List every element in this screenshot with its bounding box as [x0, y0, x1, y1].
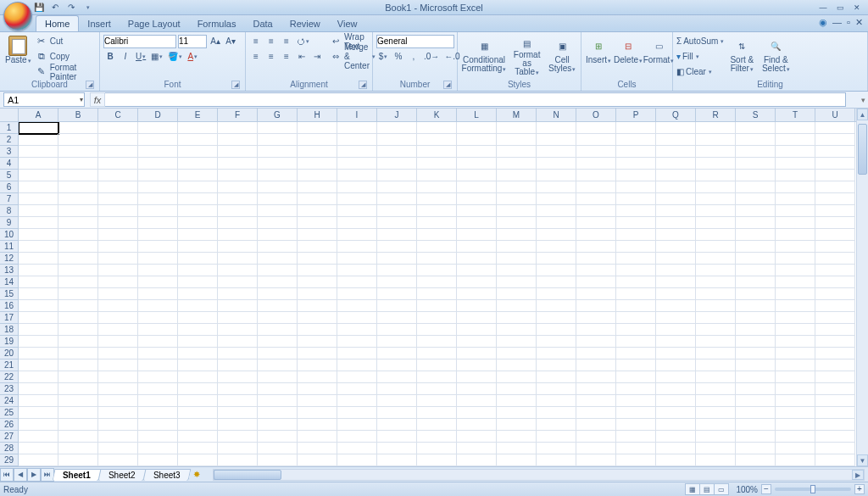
cell-U21[interactable] [815, 359, 855, 371]
paste-button[interactable]: Paste [3, 34, 33, 78]
increase-font-icon[interactable]: A▴ [209, 35, 222, 48]
cell-C18[interactable] [98, 324, 138, 336]
cell-K27[interactable] [417, 431, 457, 443]
cell-A26[interactable] [19, 419, 58, 431]
col-head-T[interactable]: T [776, 109, 815, 121]
cell-F23[interactable] [218, 383, 258, 395]
cell-L4[interactable] [457, 158, 497, 170]
cell-G20[interactable] [258, 348, 298, 359]
cell-M23[interactable] [497, 383, 537, 395]
cell-Q3[interactable] [656, 146, 696, 158]
cell-K1[interactable] [417, 122, 457, 134]
cell-P17[interactable] [616, 312, 656, 324]
cell-U17[interactable] [815, 312, 855, 324]
cell-R18[interactable] [696, 324, 736, 336]
cell-D2[interactable] [138, 134, 178, 146]
cell-P12[interactable] [616, 253, 656, 265]
cell-H10[interactable] [298, 229, 337, 241]
cell-M26[interactable] [497, 419, 537, 431]
cell-N19[interactable] [537, 336, 576, 348]
cell-H13[interactable] [298, 265, 337, 276]
cell-Q21[interactable] [656, 359, 696, 371]
cell-P21[interactable] [616, 359, 656, 371]
cell-B9[interactable] [58, 217, 98, 229]
cell-O9[interactable] [576, 217, 616, 229]
cell-J22[interactable] [377, 371, 417, 383]
cell-B24[interactable] [58, 395, 98, 407]
cell-S16[interactable] [736, 300, 776, 312]
cell-C20[interactable] [98, 348, 138, 359]
copy-button[interactable]: Copy [35, 49, 96, 64]
col-head-M[interactable]: M [497, 109, 537, 121]
cell-J8[interactable] [377, 205, 417, 217]
cell-S12[interactable] [736, 253, 776, 265]
cell-Q23[interactable] [656, 383, 696, 395]
cell-H28[interactable] [298, 443, 337, 454]
cell-I25[interactable] [337, 407, 377, 419]
row-head-18[interactable]: 18 [0, 324, 18, 336]
cell-H21[interactable] [298, 359, 337, 371]
cell-J16[interactable] [377, 300, 417, 312]
row-head-8[interactable]: 8 [0, 205, 18, 217]
cell-A11[interactable] [19, 241, 58, 253]
align-middle-icon[interactable]: ≡ [264, 35, 278, 48]
cell-O15[interactable] [576, 288, 616, 300]
cell-F22[interactable] [218, 371, 258, 383]
cell-H18[interactable] [298, 324, 337, 336]
cell-E27[interactable] [178, 431, 218, 443]
cell-C6[interactable] [98, 181, 138, 193]
row-head-10[interactable]: 10 [0, 229, 18, 241]
cell-P27[interactable] [616, 431, 656, 443]
cell-H15[interactable] [298, 288, 337, 300]
cell-D16[interactable] [138, 300, 178, 312]
cell-P22[interactable] [616, 371, 656, 383]
cell-Q24[interactable] [656, 395, 696, 407]
row-head-17[interactable]: 17 [0, 312, 18, 324]
zoom-out-button[interactable]: − [761, 484, 771, 494]
cell-O12[interactable] [576, 253, 616, 265]
cell-R13[interactable] [696, 265, 736, 276]
cell-B20[interactable] [58, 348, 98, 359]
cell-F16[interactable] [218, 300, 258, 312]
cell-Q28[interactable] [656, 443, 696, 454]
cell-P2[interactable] [616, 134, 656, 146]
fill-color-icon[interactable]: 🪣 [166, 50, 184, 64]
cell-S8[interactable] [736, 205, 776, 217]
decrease-font-icon[interactable]: A▾ [224, 35, 237, 48]
cell-S19[interactable] [736, 336, 776, 348]
row-head-1[interactable]: 1 [0, 122, 18, 134]
cell-C28[interactable] [98, 443, 138, 454]
cell-D29[interactable] [138, 454, 178, 466]
clipboard-launcher-icon[interactable]: ◢ [86, 81, 94, 89]
cell-U2[interactable] [815, 134, 855, 146]
row-head-14[interactable]: 14 [0, 276, 18, 288]
close-button[interactable]: ✕ [849, 3, 865, 13]
cell-O17[interactable] [576, 312, 616, 324]
cell-B22[interactable] [58, 371, 98, 383]
next-sheet-icon[interactable]: ▶ [27, 468, 41, 482]
row-head-19[interactable]: 19 [0, 336, 18, 348]
cell-P7[interactable] [616, 193, 656, 205]
cell-I26[interactable] [337, 419, 377, 431]
cell-U8[interactable] [815, 205, 855, 217]
cell-H25[interactable] [298, 407, 337, 419]
cell-H1[interactable] [298, 122, 337, 134]
cell-L21[interactable] [457, 359, 497, 371]
cell-U9[interactable] [815, 217, 855, 229]
cell-S3[interactable] [736, 146, 776, 158]
cell-K15[interactable] [417, 288, 457, 300]
cell-L8[interactable] [457, 205, 497, 217]
cell-C9[interactable] [98, 217, 138, 229]
cell-J28[interactable] [377, 443, 417, 454]
redo-icon[interactable]: ↷ [64, 2, 78, 14]
worksheet-grid[interactable]: ABCDEFGHIJKLMNOPQRSTU 123456789101112131… [0, 109, 868, 466]
cell-M11[interactable] [497, 241, 537, 253]
cell-K20[interactable] [417, 348, 457, 359]
cell-D20[interactable] [138, 348, 178, 359]
cell-F18[interactable] [218, 324, 258, 336]
cell-H22[interactable] [298, 371, 337, 383]
tab-insert[interactable]: Insert [79, 16, 120, 31]
cell-N4[interactable] [537, 158, 576, 170]
cell-C19[interactable] [98, 336, 138, 348]
cell-Q11[interactable] [656, 241, 696, 253]
